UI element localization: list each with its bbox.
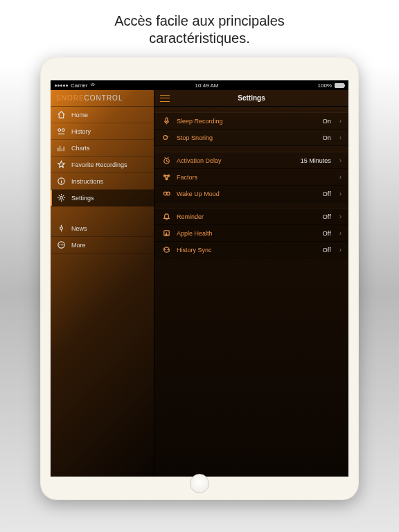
row-activation-delay[interactable]: Activation Delay 15 Minutes › [154,152,348,169]
bell-icon [161,212,171,222]
status-time: 10:49 AM [195,82,219,89]
row-value: On [323,134,331,141]
sidebar-item-more[interactable]: More [51,237,154,254]
page-title: Settings [238,94,265,102]
sync-icon [161,245,171,255]
sidebar-item-label: Home [71,112,88,118]
promo-line1: Accès facile aux principales [0,12,399,30]
row-wake-up-mood[interactable]: Wake Up Mood Off › [154,186,348,202]
svg-point-0 [57,129,60,132]
news-icon [56,224,66,233]
svg-point-7 [60,245,61,245]
sidebar: SNORECONTROL Home History Charts [51,90,154,477]
chevron-right-icon: › [339,213,342,220]
sidebar-item-favorites[interactable]: Favorite Recordings [51,157,154,173]
row-value: On [323,118,331,125]
sidebar-item-label: Instructions [71,178,103,185]
svg-point-6 [59,245,60,245]
svg-rect-9 [166,118,168,122]
row-value: Off [323,230,331,237]
content-pane: Settings Sleep Recording On › z Stop Sno… [154,90,348,477]
menu-button[interactable] [160,95,170,102]
mood-icon [161,189,171,199]
status-bar: Carrier 10:49 AM 100% [51,80,348,90]
row-label: Activation Delay [177,157,222,164]
ipad-frame: Carrier 10:49 AM 100% SNORECONTROL [40,57,359,500]
promo-caption: Accès facile aux principales caractérist… [0,0,399,57]
sidebar-item-label: History [71,128,91,135]
sidebar-item-home[interactable]: Home [51,107,154,123]
gear-icon [56,193,66,203]
row-sleep-recording[interactable]: Sleep Recording On › [154,113,348,130]
charts-icon [56,143,66,153]
sidebar-item-label: Charts [71,145,90,152]
factors-icon [161,172,171,182]
row-apple-health[interactable]: Apple Health Off › [154,225,348,242]
settings-group-1: Sleep Recording On › z Stop Snoring On › [154,112,348,146]
clock-icon [161,156,171,166]
health-icon [161,229,171,238]
sidebar-menu: Home History Charts Favorite Recordings [51,107,154,254]
row-history-sync[interactable]: History Sync Off › [154,242,348,258]
sidebar-item-settings[interactable]: Settings [51,190,154,206]
zzz-icon: z [161,133,171,143]
row-label: Wake Up Mood [177,190,220,197]
svg-point-8 [62,245,63,245]
brand-part2: CONTROL [85,94,123,102]
row-value: Off [323,213,331,220]
battery-percent: 100% [318,82,332,89]
row-value: Off [323,190,331,197]
chevron-right-icon: › [339,134,342,141]
row-reminder[interactable]: Reminder Off › [154,209,348,225]
row-value: Off [323,247,331,254]
chevron-right-icon: › [339,190,342,197]
sidebar-item-news[interactable]: News [51,220,154,237]
sidebar-item-label: Settings [71,195,94,202]
star-icon [56,160,66,170]
row-label: Factors [177,174,197,181]
row-label: Reminder [177,213,204,220]
carrier-label: Carrier [71,82,87,89]
content-header: Settings [154,90,348,107]
screen: Carrier 10:49 AM 100% SNORECONTROL [51,80,348,477]
row-value: 15 Minutes [301,157,331,164]
chevron-right-icon: › [339,229,342,237]
battery-icon [335,83,344,88]
history-icon [56,127,66,136]
home-icon [56,110,66,120]
wifi-icon [90,82,96,88]
sidebar-item-label: More [71,242,86,249]
chevron-right-icon: › [339,173,342,181]
row-label: Sleep Recording [177,118,223,125]
row-stop-snoring[interactable]: z Stop Snoring On › [154,130,348,146]
signal-icon [55,85,68,87]
svg-point-3 [60,197,62,200]
sidebar-item-instructions[interactable]: Instructions [51,173,154,190]
row-label: Stop Snoring [177,134,213,141]
ipad-home-button [190,474,209,493]
sidebar-item-history[interactable]: History [51,123,154,140]
row-label: History Sync [177,247,212,254]
app-brand: SNORECONTROL [51,90,154,107]
sidebar-item-charts[interactable]: Charts [51,140,154,157]
row-factors[interactable]: Factors › [154,169,348,186]
more-icon [56,240,66,250]
settings-group-3: Reminder Off › Apple Health Off › [154,208,348,258]
chevron-right-icon: › [339,246,342,254]
svg-point-1 [62,129,64,132]
settings-group-2: Activation Delay 15 Minutes › Factors › [154,152,348,202]
app-body: SNORECONTROL Home History Charts [51,90,348,477]
sidebar-gap [51,206,154,220]
svg-point-4 [60,227,62,230]
row-label: Apple Health [177,230,213,237]
sidebar-item-label: Favorite Recordings [71,161,127,168]
mic-icon [161,116,171,126]
chevron-right-icon: › [339,117,342,125]
chevron-right-icon: › [339,157,342,164]
svg-text:z: z [167,135,168,138]
brand-part1: SNORE [56,94,85,102]
info-icon [56,177,66,186]
sidebar-item-label: News [71,225,87,232]
promo-line2: caractéristiques. [0,30,399,47]
